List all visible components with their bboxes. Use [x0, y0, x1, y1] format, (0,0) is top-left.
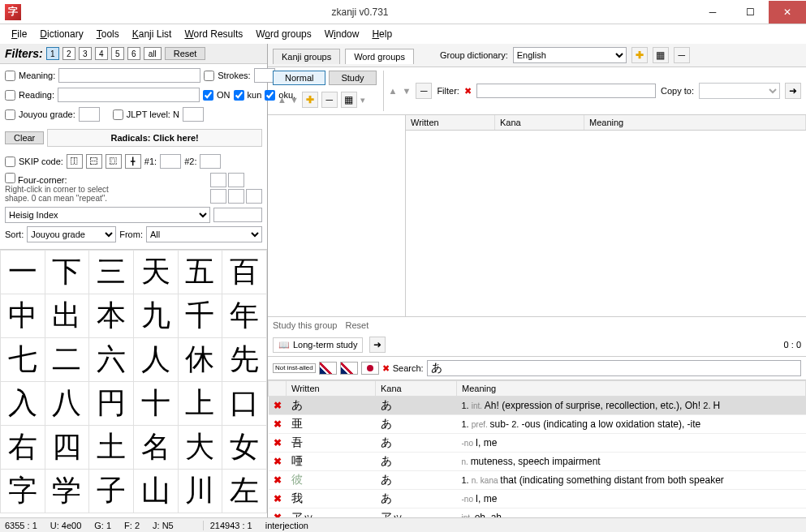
- result-row[interactable]: ✖唖あn. muteness, speech impairment: [269, 453, 806, 471]
- result-row[interactable]: ✖我あ-no I, me: [269, 490, 806, 508]
- item-down-icon[interactable]: ▼: [402, 86, 411, 96]
- kanji-cell[interactable]: 十: [133, 382, 178, 426]
- tab-kanji-groups[interactable]: Kanji groups: [273, 49, 340, 64]
- filter-clear-icon[interactable]: ✖: [464, 86, 472, 97]
- group-tool1-icon[interactable]: ▦: [341, 92, 357, 108]
- group-menu-icon[interactable]: ▾: [360, 95, 365, 105]
- kanji-cell[interactable]: 字: [1, 470, 45, 513]
- result-row[interactable]: ✖彼あ1. n. kana that (indicating something…: [269, 471, 806, 490]
- close-button[interactable]: ✕: [769, 1, 806, 24]
- kanji-cell[interactable]: 休: [178, 338, 222, 382]
- filter-preset-4[interactable]: 4: [95, 47, 108, 60]
- study-this-group-link[interactable]: Study this group: [273, 320, 338, 330]
- reading-input[interactable]: [58, 88, 200, 102]
- from-select[interactable]: All: [146, 226, 262, 242]
- kanji-cell[interactable]: 八: [45, 382, 89, 426]
- results-col-kana[interactable]: Kana: [376, 381, 457, 397]
- kanji-cell[interactable]: 天: [133, 251, 178, 294]
- menu-dictionary[interactable]: Dictionary: [35, 27, 88, 41]
- delete-icon[interactable]: ✖: [269, 453, 287, 471]
- skip-h2-input[interactable]: [200, 154, 221, 169]
- skip-h1-input[interactable]: [160, 154, 181, 169]
- filters-reset-button[interactable]: Reset: [165, 47, 206, 60]
- jouyou-checkbox[interactable]: [5, 109, 15, 120]
- kanji-cell[interactable]: 学: [45, 470, 89, 513]
- menu-tools[interactable]: Tools: [92, 27, 124, 41]
- flag-uk2-icon[interactable]: [340, 362, 358, 375]
- skip-shape-1[interactable]: ⿰: [67, 154, 83, 169]
- skip-checkbox[interactable]: [5, 157, 15, 167]
- kanji-cell[interactable]: 百: [222, 251, 267, 294]
- index-select[interactable]: Heisig Index: [5, 207, 210, 223]
- kanji-cell[interactable]: 名: [133, 426, 178, 470]
- kanji-cell[interactable]: 五: [178, 251, 222, 294]
- jlpt-input[interactable]: [183, 107, 204, 122]
- mode-study-button[interactable]: Study: [329, 71, 376, 85]
- long-term-study-button[interactable]: 📖 Long-term study: [273, 337, 363, 353]
- delete-icon[interactable]: ✖: [269, 415, 287, 434]
- kanji-cell[interactable]: 九: [133, 294, 178, 338]
- kanji-cell[interactable]: 六: [89, 338, 134, 382]
- mode-normal-button[interactable]: Normal: [273, 71, 325, 85]
- result-row[interactable]: ✖亜あ1. pref. sub- 2. -ous (indicating a l…: [269, 415, 806, 434]
- maximize-button[interactable]: ☐: [731, 1, 769, 24]
- filter-preset-6[interactable]: 6: [127, 47, 140, 60]
- lts-go-icon[interactable]: ➜: [369, 337, 386, 353]
- kanji-cell[interactable]: 大: [178, 426, 222, 470]
- strokes-checkbox[interactable]: [204, 71, 214, 81]
- filter-input[interactable]: [476, 84, 656, 98]
- menu-window[interactable]: Window: [320, 27, 364, 41]
- kanji-cell[interactable]: 左: [222, 470, 267, 513]
- kanji-cell[interactable]: 人: [133, 338, 178, 382]
- filter-preset-2[interactable]: 2: [62, 47, 75, 60]
- kanji-cell[interactable]: 女: [222, 426, 267, 470]
- group-list[interactable]: [268, 115, 406, 316]
- group-up-icon[interactable]: ▲: [278, 95, 287, 105]
- fourcorner-grid[interactable]: [210, 173, 262, 204]
- results-col-written[interactable]: Written: [287, 381, 376, 397]
- col-meaning[interactable]: Meaning: [584, 115, 806, 130]
- kanji-cell[interactable]: 四: [45, 426, 89, 470]
- add-group-dict-icon[interactable]: ✚: [631, 47, 648, 63]
- col-kana[interactable]: Kana: [495, 115, 584, 130]
- kanji-cell[interactable]: 一: [1, 251, 45, 294]
- skip-shape-2[interactable]: ⿱: [86, 154, 102, 169]
- filter-preset-1[interactable]: 1: [46, 47, 59, 60]
- kanji-cell[interactable]: 川: [178, 470, 222, 513]
- kanji-cell[interactable]: 山: [133, 470, 178, 513]
- flag-jp-icon[interactable]: [361, 362, 379, 375]
- skip-shape-4[interactable]: ╋: [125, 154, 141, 169]
- kanji-cell[interactable]: 口: [222, 382, 267, 426]
- sort-select[interactable]: Jouyou grade: [27, 226, 116, 242]
- result-row[interactable]: ✖ああ1. int. Ah! (expression of surprise, …: [269, 397, 806, 415]
- delete-icon[interactable]: ✖: [269, 508, 287, 518]
- result-row[interactable]: ✖アッアッint. oh, ah: [269, 508, 806, 518]
- group-reset-link[interactable]: Reset: [346, 320, 369, 330]
- tab-word-groups[interactable]: Word groups: [345, 49, 414, 64]
- search-clear-icon[interactable]: ✖: [382, 363, 390, 374]
- kanji-cell[interactable]: 中: [1, 294, 45, 338]
- skip-shape-3[interactable]: ⿴: [106, 154, 122, 169]
- group-dict-remove-icon[interactable]: ─: [674, 47, 690, 63]
- kanji-cell[interactable]: 二: [45, 338, 89, 382]
- group-dict-select[interactable]: English: [513, 47, 627, 63]
- on-checkbox[interactable]: [203, 90, 213, 101]
- kanji-cell[interactable]: 入: [1, 382, 45, 426]
- col-written[interactable]: Written: [406, 115, 495, 130]
- delete-icon[interactable]: ✖: [269, 471, 287, 490]
- fourcorner-checkbox[interactable]: [5, 173, 15, 183]
- copyto-go-icon[interactable]: ➜: [785, 83, 801, 99]
- index-input[interactable]: [213, 208, 262, 222]
- minimize-button[interactable]: ─: [694, 1, 731, 24]
- menu-file[interactable]: File: [6, 27, 32, 41]
- reading-checkbox[interactable]: [5, 90, 15, 101]
- kanji-cell[interactable]: 上: [178, 382, 222, 426]
- kanji-cell[interactable]: 千: [178, 294, 222, 338]
- delete-icon[interactable]: ✖: [269, 397, 287, 415]
- menu-word-groups[interactable]: Word groups: [251, 27, 317, 41]
- radicals-button[interactable]: Radicals: Click here!: [47, 129, 262, 147]
- filter-preset-5[interactable]: 5: [111, 47, 124, 60]
- menu-help[interactable]: Help: [367, 27, 397, 41]
- kanji-cell[interactable]: 年: [222, 294, 267, 338]
- search-input[interactable]: [427, 360, 801, 376]
